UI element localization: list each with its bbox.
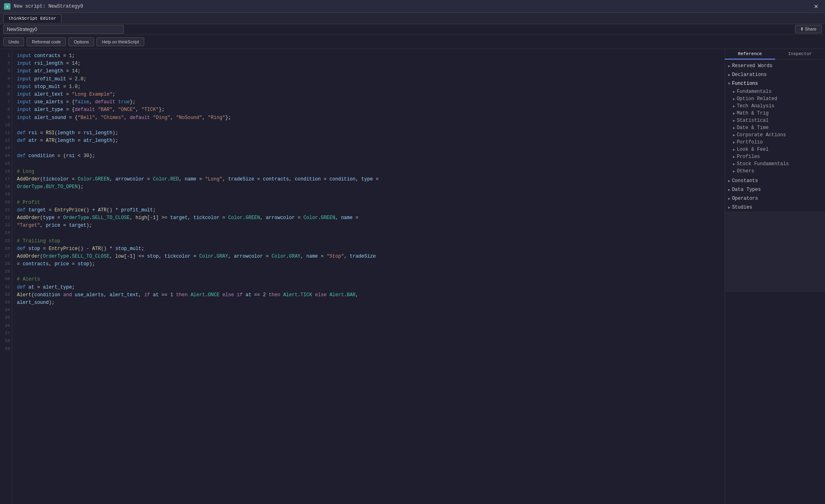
tree-tech-analysis[interactable]: ▶ Tech Analysis — [725, 102, 825, 110]
arrow-math-trig: ▶ — [733, 111, 735, 116]
options-button[interactable]: Options — [68, 37, 94, 46]
arrow-operators: ▶ — [728, 197, 730, 201]
tree-statistical[interactable]: ▶ Statistical — [725, 117, 825, 124]
tree-profiles[interactable]: ▶ Profiles — [725, 153, 825, 160]
sidebar-tabs: Reference Inspector — [725, 49, 825, 60]
arrow-profiles: ▶ — [733, 155, 735, 159]
tree-constants[interactable]: ▶ Constants — [725, 176, 825, 185]
arrow-others: ▶ — [733, 169, 735, 174]
reformat-button[interactable]: Reformat code — [27, 37, 66, 46]
help-button[interactable]: Help on thinkScript — [96, 37, 144, 46]
tab-thinkscript-editor[interactable]: thinkScript Editor — [3, 14, 61, 23]
tree-data-types[interactable]: ▶ Data Types — [725, 185, 825, 194]
tree-operators[interactable]: ▶ Operators — [725, 194, 825, 203]
arrow-studies: ▶ — [728, 205, 730, 210]
title-bar-left: N New script: NewStrategy0 — [4, 3, 83, 10]
tab-inspector[interactable]: Inspector — [775, 49, 825, 59]
tree-functions[interactable]: ▶ Functions — [725, 79, 825, 88]
svg-text:N: N — [6, 5, 8, 8]
arrow-stock-fundamentals: ▶ — [733, 162, 735, 166]
tree-option-related[interactable]: ▶ Option Related — [725, 95, 825, 102]
tree-declarations[interactable]: ▶ Declarations — [725, 70, 825, 79]
tree-studies[interactable]: ▶ Studies — [725, 203, 825, 212]
window-title: New script: NewStrategy0 — [14, 4, 83, 9]
arrow-statistical: ▶ — [733, 119, 735, 123]
toolbar: Undo Reformat code Options Help on think… — [0, 35, 825, 49]
code-editor[interactable]: input contracts = 1; input rsi_length = … — [12, 49, 725, 504]
line-numbers: 12345 678910 1112131415 1617181920 21222… — [0, 49, 12, 504]
close-button[interactable]: ✕ — [811, 2, 821, 10]
tab-bar: thinkScript Editor — [0, 13, 825, 24]
arrow-option-related: ▶ — [733, 97, 735, 101]
undo-button[interactable]: Undo — [3, 37, 24, 46]
tree-reserved-words[interactable]: ▶ Reserved Words — [725, 61, 825, 70]
share-button[interactable]: ⬆ Share — [795, 25, 822, 33]
arrow-tech-analysis: ▶ — [733, 104, 735, 109]
arrow-data-types: ▶ — [728, 188, 730, 192]
sidebar-content: ▶ Reserved Words ▶ Declarations ▶ Functi… — [725, 60, 825, 504]
script-name-input[interactable] — [3, 25, 124, 34]
app-icon: N — [4, 3, 10, 10]
main-area: 12345 678910 1112131415 1617181920 21222… — [0, 49, 825, 504]
arrow-fundamentals: ▶ — [733, 90, 735, 94]
sidebar: Reference Inspector ▶ Reserved Words ▶ D… — [725, 49, 825, 504]
arrow-date-time: ▶ — [733, 126, 735, 130]
tree-corporate-actions[interactable]: ▶ Corporate Actions — [725, 131, 825, 139]
tree-portfolio[interactable]: ▶ Portfolio — [725, 139, 825, 146]
tree-date-time[interactable]: ▶ Date & Time — [725, 124, 825, 131]
tree-math-trig[interactable]: ▶ Math & Trig — [725, 110, 825, 117]
tree-fundamentals[interactable]: ▶ Fundamentals — [725, 88, 825, 95]
arrow-look-feel: ▶ — [733, 148, 735, 152]
sidebar-bottom-spacer — [725, 212, 825, 292]
code-container[interactable]: 12345 678910 1112131415 1617181920 21222… — [0, 49, 725, 504]
arrow-corporate-actions: ▶ — [733, 133, 735, 137]
arrow-declarations: ▶ — [728, 73, 730, 77]
arrow-portfolio: ▶ — [733, 140, 735, 145]
arrow-constants: ▶ — [728, 179, 730, 183]
arrow-functions: ▶ — [727, 82, 731, 84]
tab-reference[interactable]: Reference — [725, 49, 775, 59]
tree-others[interactable]: ▶ Others — [725, 168, 825, 175]
arrow-reserved-words: ▶ — [728, 64, 730, 68]
tree-stock-fundamentals[interactable]: ▶ Stock Fundamentals — [725, 160, 825, 168]
script-name-bar: ⬆ Share — [0, 24, 825, 35]
title-bar: N New script: NewStrategy0 ✕ — [0, 0, 825, 13]
tree-look-feel[interactable]: ▶ Look & Feel — [725, 146, 825, 153]
editor-area: 12345 678910 1112131415 1617181920 21222… — [0, 49, 725, 504]
